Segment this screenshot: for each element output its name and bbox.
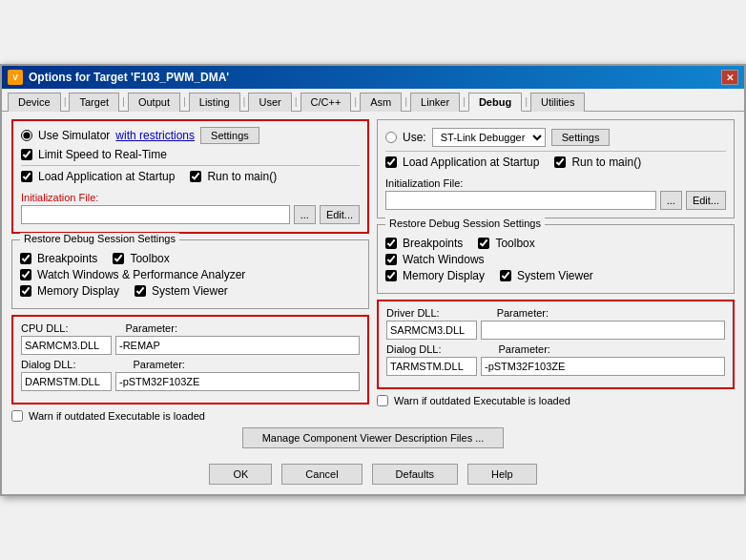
system-viewer-checkbox-right[interactable] [500,270,511,281]
defaults-button[interactable]: Defaults [372,464,458,485]
memory-display-label-left: Memory Display [37,284,119,298]
memory-display-row-left: Memory Display [20,284,119,298]
watch-windows-checkbox-right[interactable] [385,254,397,265]
load-app-label-right: Load Application at Startup [403,156,539,169]
dll-group-left: CPU DLL: Parameter: Dialog DLL: Paramete… [11,315,369,404]
cpu-param-label: Parameter: [126,322,177,334]
watch-windows-checkbox-left[interactable] [20,269,31,280]
tab-user[interactable]: User [248,93,291,112]
debugger-settings-button[interactable]: Settings [551,129,611,146]
init-file-browse-button[interactable]: ... [294,205,316,224]
run-to-main-checkbox-right[interactable] [554,156,566,168]
memory-display-label-right: Memory Display [403,269,485,282]
init-file-input[interactable] [21,205,290,224]
window-title: Options for Target 'F103_PWM_DMA' [29,71,229,84]
debugger-select[interactable]: ST-Link Debugger [432,128,546,147]
warn-row-right: Warn if outdated Executable is loaded [377,395,735,406]
driver-param-input[interactable] [481,321,725,340]
breakpoints-toolbox-row-left: Breakpoints Toolbox [20,252,361,268]
ok-button[interactable]: OK [209,464,272,485]
dialog-dll-label-left: Dialog DLL: [21,359,75,370]
manage-button[interactable]: Manage Component Viewer Description File… [242,427,505,448]
tab-cpp[interactable]: C/C++ [300,93,352,112]
tab-target[interactable]: Target [69,93,119,112]
init-file-label-right: Initialization File: [385,177,726,189]
dialog-dll-input-right[interactable] [386,357,477,376]
watch-windows-row-left: Watch Windows & Performance Analyzer [20,268,361,281]
init-file-edit-button[interactable]: Edit... [320,205,360,224]
simulator-settings-button[interactable]: Settings [200,127,259,144]
driver-param-label: Parameter: [497,307,549,319]
dialog-param-label-right: Parameter: [498,343,549,355]
manage-section: Manage Component Viewer Description File… [11,427,735,448]
left-column: Use Simulator with restrictions Settings… [11,119,369,422]
breakpoints-checkbox-right[interactable] [385,238,397,249]
load-app-row-right: Load Application at Startup [385,156,539,169]
driver-dll-input[interactable] [386,321,477,340]
breakpoints-row-left: Breakpoints [20,252,97,265]
debugger-group: Use: ST-Link Debugger Settings Load Appl… [377,119,735,218]
system-viewer-row-left: System Viewer [135,284,228,298]
load-run-row: Load Application at Startup Run to main(… [21,170,360,186]
use-label: Use: [403,131,426,144]
with-restrictions-link[interactable]: with restrictions [115,129,195,142]
dialog-dll-label-right: Dialog DLL: [386,343,441,355]
watch-windows-label-right: Watch Windows [403,253,485,266]
close-button[interactable]: ✕ [721,70,738,85]
tab-asm[interactable]: Asm [360,93,402,112]
limit-speed-checkbox[interactable] [21,149,32,160]
use-debugger-radio[interactable] [385,132,397,143]
cpu-dll-section: CPU DLL: Parameter: [21,322,360,355]
warn-checkbox-left[interactable] [11,410,23,422]
init-file-input-right[interactable] [385,191,656,210]
memory-system-row-right: Memory Display System Viewer [385,269,726,285]
restore-checks-right: Breakpoints Toolbox Watch Windows [385,237,726,285]
help-button[interactable]: Help [467,464,537,485]
tab-linker[interactable]: Linker [410,93,460,112]
cancel-button[interactable]: Cancel [281,464,362,485]
toolbox-label-left: Toolbox [130,252,169,265]
title-bar: V Options for Target 'F103_PWM_DMA' ✕ [2,66,744,89]
run-to-main-checkbox[interactable] [190,171,201,182]
warn-checkbox-right[interactable] [377,395,388,406]
breakpoints-row-right: Breakpoints [385,237,463,250]
dialog-param-input-left[interactable] [115,372,360,391]
tab-device[interactable]: Device [8,93,61,112]
restore-group-right: Restore Debug Session Settings Breakpoin… [377,224,735,294]
limit-speed-row: Limit Speed to Real-Time [21,148,360,161]
dialog-param-input-right[interactable] [481,357,725,376]
driver-dll-section: Driver DLL: Parameter: [386,307,725,340]
tab-utilities[interactable]: Utilities [530,93,585,112]
breakpoints-label-right: Breakpoints [403,237,463,250]
load-app-checkbox[interactable] [21,171,32,182]
toolbox-checkbox-left[interactable] [113,253,124,264]
warn-row-left: Warn if outdated Executable is loaded [11,410,369,422]
toolbox-label-right: Toolbox [495,237,534,250]
columns: Use Simulator with restrictions Settings… [11,119,735,422]
tab-output[interactable]: Output [128,93,180,112]
cpu-dll-input[interactable] [21,336,112,355]
tab-debug[interactable]: Debug [468,93,522,112]
memory-display-checkbox-left[interactable] [20,285,31,297]
memory-system-row-left: Memory Display System Viewer [20,284,361,301]
cpu-param-input[interactable] [115,336,360,355]
use-simulator-radio[interactable] [21,130,32,141]
load-app-checkbox-right[interactable] [385,156,397,168]
toolbox-checkbox-right[interactable] [478,238,489,249]
dialog-dll-input-left[interactable] [21,372,112,391]
limit-speed-label: Limit Speed to Real-Time [38,148,167,161]
dialog-dll-section-right: Dialog DLL: Parameter: [386,343,725,376]
breakpoints-toolbox-row-right: Breakpoints Toolbox [385,237,726,253]
watch-windows-label-left: Watch Windows & Performance Analyzer [37,268,245,281]
system-viewer-checkbox-left[interactable] [135,285,146,297]
init-file-browse-button-right[interactable]: ... [660,191,682,210]
memory-display-checkbox-right[interactable] [385,270,397,281]
simulator-group: Use Simulator with restrictions Settings… [11,119,369,234]
load-run-row-right: Load Application at Startup Run to main(… [385,156,726,172]
breakpoints-label-left: Breakpoints [37,252,97,265]
init-file-edit-button-right[interactable]: Edit... [686,191,726,210]
breakpoints-checkbox-left[interactable] [20,253,31,264]
run-to-main-label: Run to main() [207,170,277,183]
tab-listing[interactable]: Listing [189,93,240,112]
system-viewer-row-right: System Viewer [500,269,593,282]
